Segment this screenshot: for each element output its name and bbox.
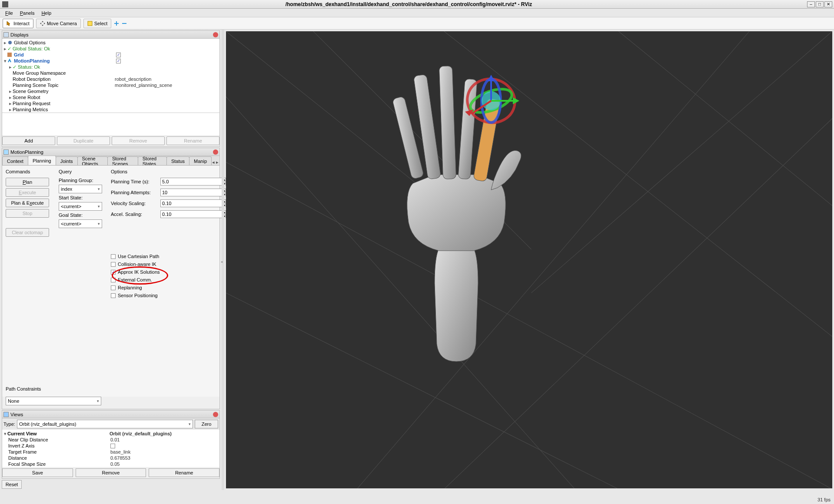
- tab-scroll-left[interactable]: ◂: [211, 159, 215, 165]
- invert-z-label[interactable]: Invert Z Axis: [8, 443, 110, 448]
- tab-joints[interactable]: Joints: [56, 156, 78, 165]
- reset-button[interactable]: Reset: [2, 480, 22, 489]
- plan-execute-button[interactable]: Plan & Execute: [6, 199, 49, 207]
- external-comm-checkbox[interactable]: [111, 278, 116, 282]
- close-button[interactable]: ✕: [824, 1, 832, 7]
- views-rename-button[interactable]: Rename: [149, 468, 219, 477]
- current-view-label[interactable]: Current View: [7, 431, 110, 436]
- select-button[interactable]: Select: [83, 19, 112, 28]
- menu-panels[interactable]: Panels: [17, 10, 38, 16]
- execute-button: Execute: [6, 188, 49, 197]
- sensor-positioning-label: Sensor Positioning: [118, 293, 158, 298]
- velocity-scaling-spinner[interactable]: ▴▾: [160, 199, 208, 207]
- tab-status[interactable]: Status: [166, 156, 189, 165]
- clear-octomap-button: Clear octomap: [6, 228, 49, 237]
- path-constraints-select[interactable]: None: [6, 397, 101, 405]
- collision-ik-checkbox[interactable]: [111, 262, 116, 267]
- distance-label[interactable]: Distance: [8, 455, 110, 461]
- accel-scaling-spinner[interactable]: ▴▾: [160, 210, 208, 218]
- tab-stored-scenes[interactable]: Stored Scenes: [107, 156, 138, 165]
- tab-stored-states[interactable]: Stored States: [138, 156, 167, 165]
- near-clip-label[interactable]: Near Clip Distance: [8, 437, 110, 442]
- tree-scene-geometry[interactable]: Scene Geometry: [13, 89, 115, 94]
- tree-motion-planning[interactable]: MotionPlanning: [14, 58, 116, 63]
- planning-time-spinner[interactable]: ▴▾: [160, 178, 208, 186]
- accel-scaling-input[interactable]: [160, 210, 224, 218]
- approx-ik-checkbox[interactable]: ✓: [111, 270, 116, 275]
- goal-state-select[interactable]: <current>: [59, 219, 102, 228]
- tree-grid[interactable]: Grid: [14, 52, 116, 57]
- gear-icon: [7, 40, 13, 45]
- options-label: Options: [111, 169, 216, 174]
- tree-planning-scene-topic[interactable]: Planning Scene Topic: [13, 83, 115, 88]
- focal-shape-size-label[interactable]: Focal Shape Size: [8, 461, 110, 467]
- views-save-button[interactable]: Save: [2, 468, 73, 477]
- move-camera-button[interactable]: Move Camera: [36, 19, 81, 28]
- planning-time-input[interactable]: [160, 178, 224, 186]
- tree-robot-desc[interactable]: Robot Description: [13, 76, 115, 82]
- use-cartesian-checkbox[interactable]: [111, 254, 116, 259]
- tab-scene-objects[interactable]: Scene Objects: [77, 156, 108, 165]
- tab-scroll-right[interactable]: ▸: [216, 159, 219, 165]
- views-close-icon[interactable]: [213, 412, 218, 417]
- stop-button: Stop: [6, 209, 49, 218]
- path-constraints-label: Path Constraints: [6, 386, 54, 391]
- displays-panel: Displays ▸Global Options ▸✓Global Status…: [2, 30, 220, 147]
- motion-planning-checkbox[interactable]: ✓: [116, 59, 121, 63]
- goal-state-val: <current>: [61, 221, 81, 226]
- select-icon: [87, 21, 93, 26]
- planning-attempts-input[interactable]: [160, 189, 224, 196]
- tree-planning-metrics[interactable]: Planning Metrics: [13, 107, 115, 112]
- interact-button[interactable]: Interact: [3, 19, 33, 28]
- target-frame-label[interactable]: Target Frame: [8, 449, 110, 454]
- measure-icon[interactable]: [122, 21, 127, 26]
- view-type-val: Orbit (rviz_default_plugins): [19, 421, 76, 427]
- window-title: /home/zbsh/ws_dexhand1/install/dexhand_c…: [10, 1, 807, 7]
- focus-icon[interactable]: [114, 21, 119, 26]
- plan-button[interactable]: Plan: [6, 178, 49, 186]
- displays-close-icon[interactable]: [213, 32, 218, 37]
- sensor-positioning-checkbox[interactable]: [111, 293, 116, 298]
- displays-tree[interactable]: ▸Global Options ▸✓Global Status: Ok Grid…: [2, 39, 219, 113]
- views-remove-button[interactable]: Remove: [76, 468, 146, 477]
- tab-planning[interactable]: Planning: [28, 156, 56, 165]
- tree-scene-robot[interactable]: Scene Robot: [13, 95, 115, 100]
- panel-splitter[interactable]: [222, 30, 224, 490]
- invert-z-checkbox[interactable]: [110, 444, 115, 448]
- 3d-viewport[interactable]: [226, 31, 832, 488]
- menu-help[interactable]: Help: [38, 10, 55, 16]
- view-type-select[interactable]: Orbit (rviz_default_plugins): [17, 420, 193, 428]
- planning-attempts-label: Planning Attempts:: [111, 190, 158, 195]
- views-tree[interactable]: ▾Current ViewOrbit (rviz_default_plugins…: [2, 430, 219, 467]
- menu-file[interactable]: File: [2, 10, 17, 16]
- replanning-checkbox[interactable]: [111, 285, 116, 290]
- tree-move-group-ns[interactable]: Move Group Namespace: [13, 70, 115, 76]
- motion-planning-icon: [7, 59, 13, 63]
- remove-button: Remove: [112, 136, 165, 145]
- grid-checkbox[interactable]: ✓: [116, 53, 121, 57]
- planning-attempts-spinner[interactable]: ▴▾: [160, 189, 208, 196]
- tab-manip[interactable]: Manip: [189, 156, 212, 165]
- tree-global-status[interactable]: Global Status: Ok: [13, 46, 115, 51]
- svg-line-7: [618, 31, 832, 206]
- velocity-scaling-input[interactable]: [160, 199, 224, 207]
- motion-planning-icon: [3, 149, 9, 155]
- minimize-button[interactable]: –: [807, 1, 815, 7]
- grid-icon: [7, 53, 13, 57]
- planning-time-label: Planning Time (s):: [111, 179, 158, 184]
- zero-button[interactable]: Zero: [195, 420, 218, 428]
- svg-rect-16: [439, 66, 456, 179]
- planning-group-select[interactable]: index: [59, 185, 102, 193]
- tree-planning-request[interactable]: Planning Request: [13, 101, 115, 106]
- views-panel: Views Type: Orbit (rviz_default_plugins)…: [2, 410, 220, 479]
- motion-planning-close-icon[interactable]: [213, 149, 218, 155]
- velocity-scaling-label: Velocity Scaling:: [111, 201, 158, 206]
- maximize-button[interactable]: □: [816, 1, 824, 7]
- title-bar: /home/zbsh/ws_dexhand1/install/dexhand_c…: [0, 0, 834, 9]
- start-state-select[interactable]: <current>: [59, 202, 102, 211]
- tree-status-ok[interactable]: Status: Ok: [18, 64, 120, 70]
- tab-context[interactable]: Context: [2, 156, 28, 165]
- add-button[interactable]: Add: [2, 136, 55, 145]
- approx-ik-label: Approx IK Solutions: [118, 269, 160, 275]
- tree-global-options[interactable]: Global Options: [14, 40, 116, 45]
